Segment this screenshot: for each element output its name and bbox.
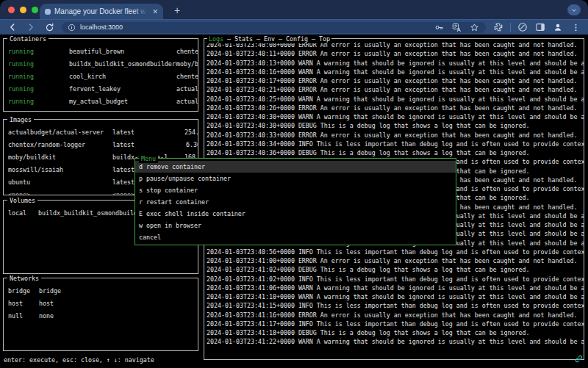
image-row[interactable]: chentex/random-loggerlatest6.36MB	[4, 138, 198, 151]
network-name: null	[8, 311, 39, 320]
extension-badge-icon[interactable]	[517, 21, 528, 33]
container-image: moby/buildkit	[176, 59, 198, 68]
site-info-icon[interactable]	[68, 24, 76, 32]
logs-tab-logs[interactable]: Logs	[209, 35, 223, 43]
log-line: 2024-01-03T23:40:56+0000 INFO This is le…	[207, 248, 584, 256]
container-status: running	[8, 109, 69, 112]
container-image: chentex/random-logger	[176, 72, 198, 81]
menu-item-open[interactable]: w open in browser	[135, 220, 456, 231]
toolbar-divider	[510, 23, 511, 32]
forward-icon[interactable]	[25, 21, 37, 33]
log-line: 2024-01-03T23:40:36+0000 DEBUG This is a…	[207, 148, 584, 157]
browser-chrome: Manage your Docker fleet w ✕ + localhost…	[0, 0, 588, 35]
terminal-app: Containers runningbeautiful_brownchentex…	[0, 35, 588, 368]
window-minimize-button[interactable]	[20, 7, 26, 13]
network-driver: host	[39, 299, 198, 308]
container-status: running	[8, 97, 69, 106]
link-icon	[575, 355, 583, 363]
side-panel-icon[interactable]	[534, 21, 546, 33]
networks-panel: Networks bridgebridgehosthostnullnone	[3, 278, 198, 351]
browser-toolbar: localhost:3000	[0, 19, 588, 35]
menu-item-stop[interactable]: s stop container	[135, 184, 456, 196]
log-line: 2024-01-03T23:40:26+0000 ERROR An error …	[207, 104, 584, 112]
logs-tab-strip: Logs — Stats — Env — Config — Top	[207, 35, 331, 43]
key-icon[interactable]	[433, 21, 445, 33]
log-line: 2024-01-03T23:41:15+0000 INFO This is le…	[207, 301, 584, 310]
container-row[interactable]: runningtitichentex/random-logger	[4, 107, 198, 111]
log-line: 2024-01-03T23:41:18+0000 DEBUG This is a…	[207, 328, 584, 337]
profile-icon[interactable]	[552, 21, 564, 33]
image-name: <none>	[8, 190, 112, 195]
container-status: running	[8, 84, 69, 93]
menu-dots-icon[interactable]	[570, 21, 581, 33]
logs-tab-config[interactable]: Config	[286, 35, 308, 43]
container-row[interactable]: runningmy_actual_budgetactualbudget/actu…	[4, 95, 198, 107]
network-row[interactable]: bridgebridge	[4, 284, 198, 297]
menu-item-cancel[interactable]: cancel	[135, 231, 456, 243]
log-line: 2024-01-03T23:41:02+0000 DEBUG This is a…	[207, 265, 584, 274]
window-close-button[interactable]	[8, 7, 15, 13]
container-status: running	[8, 47, 69, 56]
tab-close-icon[interactable]: ✕	[152, 8, 158, 15]
volumes-panel-title: Volumes	[7, 196, 37, 205]
volume-driver: local	[8, 209, 38, 217]
menu-item-pause/unpause[interactable]: p pause/unpause container	[135, 173, 456, 184]
network-name: host	[8, 299, 39, 308]
tab-separator: —	[308, 35, 319, 43]
log-line: 2024-01-03T23:41:17+0000 INFO This is le…	[207, 320, 584, 328]
container-name: my_actual_budget	[69, 97, 176, 106]
container-action-menu: Menu d remove containerp pause/unpause c…	[135, 158, 456, 245]
tab-separator: —	[253, 35, 264, 43]
address-bar[interactable]: localhost:3000	[62, 22, 486, 33]
network-row[interactable]: hosthost	[4, 297, 198, 309]
container-name: buildx_buildkit_osmondbuilder0	[69, 59, 176, 68]
network-row[interactable]: nullnone	[4, 309, 198, 322]
log-line: 2024-01-03T23:40:11+0000 ERROR An error …	[207, 49, 584, 58]
logs-tab-env[interactable]: Env	[264, 35, 275, 43]
log-line: 2024-01-03T23:40:33+0000 ERROR An error …	[207, 131, 584, 140]
network-driver: none	[39, 311, 198, 320]
window-controls	[8, 7, 38, 13]
menu-item-remove[interactable]: d remove container	[135, 161, 456, 173]
logs-tab-stats[interactable]: Stats	[234, 35, 253, 43]
back-icon[interactable]	[7, 21, 18, 33]
logs-tab-top[interactable]: Top	[319, 35, 330, 43]
image-name: chentex/random-logger	[8, 140, 112, 149]
container-row[interactable]: runningbuildx_buildkit_osmondbuilder0mob…	[4, 57, 198, 70]
window-maximize-button[interactable]	[32, 7, 38, 13]
log-line: 2024-01-03T23:40:25+0000 WARN A warning …	[207, 95, 584, 104]
menu-item-restart[interactable]: r restart container	[135, 196, 456, 208]
container-image: chentex/random-logger	[176, 47, 198, 56]
tab-search-chevron-icon[interactable]	[567, 4, 581, 15]
new-tab-icon[interactable]: +	[171, 4, 184, 18]
container-row[interactable]: runningbeautiful_brownchentex/random-log…	[4, 45, 198, 57]
tab-favicon	[45, 9, 51, 15]
tab-bar: Manage your Docker fleet w ✕ +	[0, 0, 588, 19]
image-row[interactable]: actualbudget/actual-serverlatest254.96MB	[4, 126, 198, 138]
log-line: 2024-01-03T23:41:02+0000 INFO This is le…	[207, 275, 584, 284]
log-line: 2024-01-03T23:40:17+0000 ERROR An error …	[207, 76, 584, 85]
images-panel-title: Images	[7, 115, 34, 124]
log-line: 2024-01-03T23:40:30+0000 WARN A warning …	[207, 112, 584, 121]
container-status: running	[8, 59, 69, 68]
log-line: 2024-01-03T23:40:13+0000 WARN A warning …	[207, 59, 584, 68]
image-name: mosswill/isaiah	[8, 165, 112, 174]
log-line: 2024-01-03T23:40:34+0000 INFO This is le…	[207, 140, 584, 148]
image-size: 6.36MB	[186, 140, 198, 149]
menu-item-exec[interactable]: E exec shell inside container	[135, 208, 456, 220]
image-tag: latest	[112, 140, 174, 149]
networks-panel-title: Networks	[7, 274, 41, 283]
image-name: moby/buildkit	[8, 153, 112, 162]
container-row[interactable]: runningfervent_leakeyactualbudget/actual…	[4, 82, 198, 95]
reload-icon[interactable]	[43, 21, 55, 33]
image-tag: latest	[112, 128, 174, 137]
container-name: titi	[69, 109, 176, 112]
containers-panel: Containers runningbeautiful_brownchentex…	[3, 38, 198, 112]
container-name: cool_kirch	[69, 72, 176, 81]
browser-tab[interactable]: Manage your Docker fleet w ✕	[40, 4, 163, 19]
container-row[interactable]: runningcool_kirchchentex/random-logger	[4, 70, 198, 82]
bookmark-star-icon[interactable]	[468, 21, 480, 33]
extensions-puzzle-icon[interactable]	[492, 21, 504, 33]
image-size: 254.96MB	[184, 128, 198, 137]
translate-icon[interactable]	[451, 21, 462, 33]
